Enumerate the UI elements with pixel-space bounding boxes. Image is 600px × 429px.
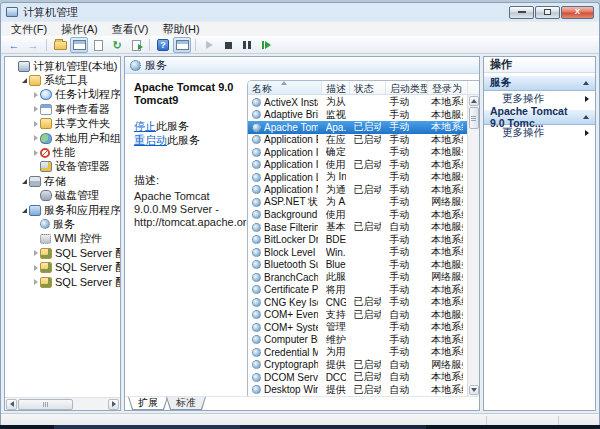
column-header-4[interactable]: 启动类型 [386,81,428,94]
restart-service-link[interactable]: 重启动 [134,134,167,146]
collapse-section-icon[interactable] [583,81,589,85]
service-row[interactable]: BitLocker Drive ...BDE...手动本地系统 [248,234,467,247]
tree-item-services-applications[interactable]: 服务和应用程序 [5,203,120,217]
service-row[interactable]: Background Inte...使用...手动本地系统 [248,209,467,222]
expander-expanded-icon[interactable] [20,208,29,213]
service-row[interactable]: COM+ Event Sys...支持...已启动自动本地服务 [248,309,467,322]
menu-action[interactable]: 操作(A) [54,22,105,37]
service-row[interactable]: Cryptographic S...提供...已启动自动网络服务 [248,359,467,372]
services-list-pane: 名称描述状态启动类型登录为 ActiveX Installer ...为从 ..… [247,80,479,396]
tree-item-wmi-control[interactable]: WMI 控件 [5,232,120,246]
tree-item-local-users-groups[interactable]: 本地用户和组 [5,131,120,145]
expander-collapsed-icon[interactable] [31,250,40,256]
expander-expanded-icon[interactable] [20,78,29,83]
service-row[interactable]: BranchCache此服...手动网络服务 [248,271,467,284]
scroll-right-button[interactable] [108,399,119,410]
tree-item-storage[interactable]: 存储 [5,174,120,188]
scroll-up-button[interactable] [469,96,479,106]
back-button[interactable]: ← [5,37,23,53]
service-row[interactable]: Computer Brow...维护...手动本地系统 [248,334,467,347]
service-row[interactable]: Block Level Back...Win...手动本地系统 [248,246,467,259]
service-value: 已启动 [354,220,382,234]
expander-collapsed-icon[interactable] [31,279,40,285]
export-list-button[interactable] [127,37,145,53]
tree-item-disk-management[interactable]: 磁盘管理 [5,189,120,203]
collapse-section-icon[interactable] [583,115,589,119]
help-button[interactable]: ? [154,37,172,53]
service-row[interactable]: ActiveX Installer ...为从 ...手动本地系统 [248,96,467,109]
tree-item-sql-config-2[interactable]: SQL Server 配置管理器 [5,260,120,274]
menu-help[interactable]: 帮助(H) [155,22,206,37]
actions-section-services[interactable]: 服务 [484,75,595,91]
expander-collapsed-icon[interactable] [31,150,40,156]
stop-service-link[interactable]: 停止 [134,120,156,132]
tree-item-performance[interactable]: 性能 [5,145,120,159]
service-row[interactable]: Apache Tomcat ...Apa...已启动手动本地系统 [248,121,467,134]
service-row[interactable]: Base Filtering En...基本...已启动自动本地服务 [248,221,467,234]
tab-standard[interactable]: 标准 [166,397,206,410]
service-row[interactable]: Application Infor...使用...已启动手动本地系统 [248,159,467,172]
scroll-left-button[interactable] [6,399,17,410]
column-header-1[interactable]: 名称 [248,81,322,94]
up-level-folder-button[interactable] [51,37,69,53]
service-row[interactable]: Desktop Windo...提供...已启动自动本地系统 [248,384,467,397]
service-row[interactable]: CNG Key IsolationCNG...已启动手动本地系统 [248,296,467,309]
expander-collapsed-icon[interactable] [31,135,40,141]
service-cell: 基本... [322,220,350,234]
menu-view[interactable]: 查看(V) [105,22,156,37]
service-row[interactable]: Application Laye...为 In...手动本地服务 [248,171,467,184]
properties-button[interactable] [89,37,107,53]
tree-item-device-manager[interactable]: 设备管理器 [5,160,120,174]
expander-collapsed-icon[interactable] [31,265,40,271]
expander-expanded-icon[interactable] [20,179,29,184]
list-vertical-scrollbar[interactable] [467,95,479,396]
actions-section-tomcat[interactable]: Apache Tomcat 9.0 Tomc... [484,109,595,125]
tree-item-computer-management[interactable]: 计算机管理(本地) [5,59,120,73]
column-header-2[interactable]: 描述 [322,81,350,94]
service-row[interactable]: Certificate Propa...将用...手动本地系统 [248,284,467,297]
service-row[interactable]: Application Iden...确定...手动本地服务 [248,146,467,159]
pause-service-button[interactable] [238,37,256,53]
column-header-3[interactable]: 状态 [350,81,386,94]
service-row[interactable]: Bluetooth Supp...Blue...手动本地服务 [248,259,467,272]
tree-item-shared-folders[interactable]: 共享文件夹 [5,117,120,131]
tree-item-system-tools[interactable]: 系统工具 [5,73,120,87]
service-row[interactable]: COM+ System A...管理...手动本地系统 [248,321,467,334]
expander-collapsed-icon[interactable] [31,92,40,98]
stop-service-button[interactable] [219,37,237,53]
tree-item-sql-config-1[interactable]: SQL Server 配置管理器 [5,246,120,260]
service-row[interactable]: Adaptive Brightn...监视...手动本地服务 [248,109,467,122]
forward-button[interactable]: → [24,37,42,53]
expander-collapsed-icon[interactable] [31,121,40,127]
service-row[interactable]: ASP.NET 状态服务为 A...手动网络服务 [248,196,467,209]
scroll-down-button[interactable] [469,385,479,395]
close-button[interactable]: X [561,6,594,19]
view-tabs: 扩展标准 [125,396,479,410]
maximize-button[interactable] [535,6,560,19]
tree-horizontal-scrollbar[interactable] [5,397,120,410]
scrollbar-thumb[interactable] [469,107,479,129]
tree-item-sql-config-3[interactable]: SQL Server 配置管理器 [5,275,120,289]
tree-item-task-scheduler[interactable]: 任务计划程序 [5,88,120,102]
scrollbar-thumb[interactable] [18,399,73,410]
tree-item-label: 性能 [53,145,75,159]
tab-extended[interactable]: 扩展 [128,397,168,410]
tree-item-services[interactable]: 服务 [5,217,120,231]
tab-label: 扩展 [129,397,167,409]
show-action-pane-button[interactable] [173,37,191,53]
service-row[interactable]: DCOM Server Pr...DCO...已启动自动本地系统 [248,371,467,384]
tree-item-event-viewer[interactable]: 事件查看器 [5,102,120,116]
refresh-button[interactable]: ↻ [108,37,126,53]
minimize-button[interactable] [509,6,534,19]
service-row[interactable]: Application Expe...在应...已启动手动本地系统 [248,134,467,147]
service-value: BDE... [326,234,346,245]
expander-collapsed-icon[interactable] [31,106,40,112]
service-row[interactable]: Application Man...为通...已启动手动本地系统 [248,184,467,197]
start-service-button[interactable] [200,37,218,53]
column-header-5[interactable]: 登录为 [428,81,468,94]
service-row[interactable]: Credential Mana...为用...手动本地系统 [248,346,467,359]
menu-file[interactable]: 文件(F) [4,22,54,37]
restart-service-button[interactable] [257,37,275,53]
tree-item-label: SQL Server 配置管理器 [55,275,120,289]
show-console-tree-button[interactable] [70,37,88,53]
